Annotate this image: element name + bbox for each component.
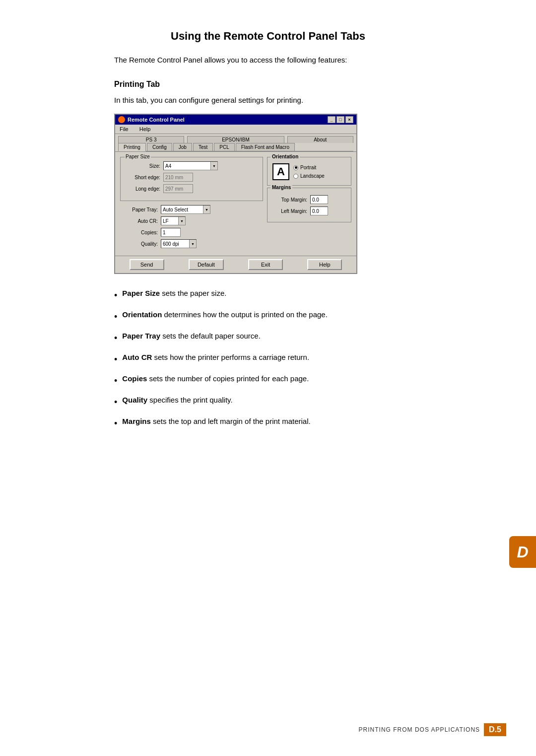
titlebar: Remote Control Panel _ □ ×: [115, 115, 356, 125]
maximize-button[interactable]: □: [336, 116, 344, 123]
dialog-wrapper: Remote Control Panel _ □ × File Help PS …: [114, 114, 422, 274]
tab-test[interactable]: Test: [193, 143, 213, 151]
app-icon: [118, 116, 125, 123]
tab-config[interactable]: Config: [147, 143, 172, 151]
exit-button[interactable]: Exit: [248, 259, 283, 270]
bullet-dot: •: [114, 289, 117, 302]
list-item: • Auto CR sets how the printer performs …: [114, 352, 422, 366]
bullet-text: Paper Size sets the paper size.: [122, 288, 226, 299]
tab-flash-font-macro[interactable]: Flash Font and Macro: [236, 143, 295, 151]
tab-pcl[interactable]: PCL: [214, 143, 234, 151]
footer-badge: D.5: [484, 723, 506, 736]
bullet-list: • Paper Size sets the paper size. • Orie…: [114, 288, 422, 430]
titlebar-controls: _ □ ×: [328, 116, 353, 123]
bullet-bold: Paper Tray: [122, 332, 160, 340]
tab-printing[interactable]: Printing: [118, 143, 146, 151]
long-edge-label: Long edge:: [126, 186, 160, 192]
landscape-label: Landscape: [300, 173, 325, 179]
top-margin-input[interactable]: [310, 195, 328, 204]
portrait-radio[interactable]: [293, 165, 298, 170]
copies-row: Copies:: [120, 228, 263, 237]
copies-input[interactable]: [161, 228, 181, 237]
tab-job[interactable]: Job: [173, 143, 192, 151]
bullet-text: Orientation determines how the output is…: [122, 309, 328, 321]
quality-arrow: ▼: [189, 240, 196, 248]
orientation-legend: Orientation: [270, 154, 300, 159]
orientation-radios: Portrait Landscape: [293, 165, 325, 179]
ps3-section-label: PS 3: [118, 136, 184, 143]
list-item: • Orientation determines how the output …: [114, 309, 422, 324]
paper-tray-select[interactable]: Auto Select ▼: [161, 205, 210, 214]
bullet-dot: •: [114, 417, 117, 430]
help-button[interactable]: Help: [307, 259, 342, 270]
titlebar-left: Remote Control Panel: [118, 116, 185, 123]
about-section-label: About: [287, 136, 353, 143]
list-item: • Margins sets the top and left margin o…: [114, 416, 422, 430]
minimize-button[interactable]: _: [328, 116, 335, 123]
short-edge-input[interactable]: [163, 173, 193, 182]
bullet-bold: Orientation: [122, 310, 162, 319]
paper-tray-arrow: ▼: [203, 206, 210, 213]
paper-tray-value: Auto Select: [161, 207, 202, 212]
left-margin-row: Left Margin:: [271, 206, 347, 215]
quality-select[interactable]: 600 dpi ▼: [161, 239, 197, 248]
section-intro: In this tab, you can configure general s…: [114, 95, 422, 106]
quality-value: 600 dpi: [161, 241, 188, 247]
list-item: • Quality specifies the print quality.: [114, 395, 422, 409]
landscape-radio[interactable]: [293, 174, 298, 179]
margins-fieldset: Margins Top Margin: Left Margin:: [267, 188, 351, 222]
portrait-label: Portrait: [300, 165, 316, 170]
tabs-row: Printing Config Job Test PCL Flash Font …: [118, 143, 353, 151]
bullet-dot: •: [114, 396, 117, 409]
size-select[interactable]: A4 ▼: [163, 161, 218, 170]
file-menu[interactable]: File: [118, 126, 130, 133]
top-margin-row: Top Margin:: [271, 195, 347, 204]
quality-label: Quality:: [120, 241, 158, 247]
intro-text: The Remote Control Panel allows you to a…: [114, 55, 422, 66]
bullet-bold: Margins: [122, 417, 151, 425]
win-dialog: Remote Control Panel _ □ × File Help PS …: [114, 114, 357, 274]
epson-ibm-section-label: EPSON/IBM: [187, 136, 284, 143]
portrait-row: Portrait: [293, 165, 325, 170]
orientation-content: A Portrait Landscape: [272, 163, 346, 180]
size-select-arrow: ▼: [210, 162, 217, 170]
bullet-dot: •: [114, 332, 117, 345]
help-menu[interactable]: Help: [138, 126, 152, 133]
bullet-text: Margins sets the top and left margin of …: [122, 416, 310, 427]
long-edge-input[interactable]: [163, 184, 193, 193]
margins-legend: Margins: [270, 185, 292, 190]
list-item: • Paper Tray sets the default paper sour…: [114, 331, 422, 345]
bullet-dot: •: [114, 353, 117, 366]
menubar: File Help: [115, 125, 356, 134]
default-button[interactable]: Default: [189, 259, 224, 270]
middle-rows: Paper Size Size: A4 ▼ S: [120, 157, 351, 251]
orientation-icon: A: [272, 163, 289, 180]
auto-cr-select[interactable]: LF ▼: [161, 216, 186, 225]
bullet-bold: Copies: [122, 374, 147, 383]
orientation-fieldset: Orientation A Portrait: [267, 157, 351, 186]
long-edge-row: Long edge:: [126, 184, 258, 193]
landscape-row: Landscape: [293, 173, 325, 179]
auto-cr-row: Auto CR: LF ▼: [120, 216, 263, 225]
page-title: Using the Remote Control Panel Tabs: [114, 30, 422, 43]
size-label: Size:: [126, 163, 160, 169]
bullet-text: Quality specifies the print quality.: [122, 395, 232, 406]
close-button[interactable]: ×: [345, 116, 353, 123]
copies-label: Copies:: [120, 230, 158, 235]
auto-cr-value: LF: [161, 218, 177, 224]
bullet-dot: •: [114, 374, 117, 388]
send-button[interactable]: Send: [130, 259, 164, 270]
bullet-text: Copies sets the number of copies printed…: [122, 373, 309, 385]
page-footer: Printing From DOS Applications D.5: [359, 723, 506, 736]
paper-tray-row: Paper Tray: Auto Select ▼: [120, 205, 263, 214]
paper-size-fieldset: Paper Size Size: A4 ▼ S: [120, 157, 263, 201]
short-edge-label: Short edge:: [126, 175, 160, 180]
right-col: Orientation A Portrait: [267, 157, 351, 251]
left-margin-input[interactable]: [310, 206, 328, 215]
top-margin-label: Top Margin:: [271, 197, 307, 203]
paper-size-legend: Paper Size: [125, 154, 151, 159]
left-col: Paper Size Size: A4 ▼ S: [120, 157, 263, 251]
bullet-bold: Quality: [122, 396, 147, 404]
list-item: • Copies sets the number of copies print…: [114, 373, 422, 388]
bullet-dot: •: [114, 310, 117, 324]
